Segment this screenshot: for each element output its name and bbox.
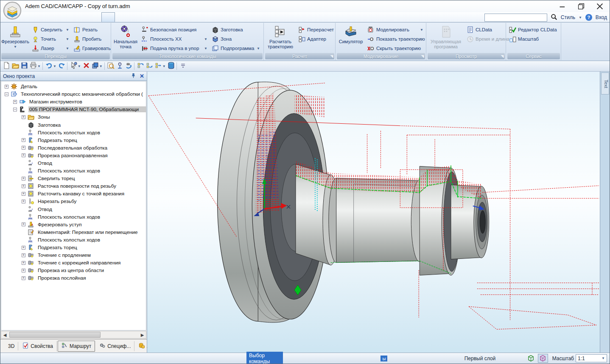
tree-expander[interactable]: + — [22, 184, 25, 188]
help-icon[interactable]: ? — [585, 14, 592, 21]
tree-expander[interactable]: + — [22, 153, 25, 157]
ribbon-item[interactable]: Лазер▼ — [31, 44, 70, 53]
scrollbar-thumb[interactable] — [9, 332, 101, 338]
toolbar-button[interactable]: ▼ — [124, 61, 133, 71]
tree-item[interactable]: + Прорезка разнонаправленная — [1, 152, 146, 159]
ribbon-tab[interactable] — [38, 12, 50, 22]
tree-expander[interactable]: + — [22, 269, 25, 272]
ribbon-big-button[interactable]: Фрезеровать▼ — [2, 24, 28, 52]
toolbar-button[interactable]: ▼ — [69, 61, 82, 71]
toolbar-button[interactable]: ▼ — [11, 61, 20, 71]
tree-item[interactable]: + Сверлить торец — [1, 175, 146, 182]
ribbon-item[interactable]: Пробить▼ — [73, 35, 109, 43]
toolbar-button[interactable]: ▼ — [145, 61, 154, 71]
ribbon-tab[interactable] — [76, 12, 89, 22]
toolbar-button[interactable]: ▼ — [45, 61, 57, 71]
toolbar-button[interactable]: ▼ — [167, 61, 176, 71]
toolbar-button[interactable]: ▼ — [176, 61, 179, 71]
tree-item[interactable]: Плоскость холостых ходов — [1, 167, 146, 175]
ribbon-item[interactable]: Безопасная позиция▼ — [140, 25, 208, 34]
dialog-launcher-icon[interactable]: ◥ — [500, 54, 505, 59]
toolbar-button[interactable]: ▼ — [66, 61, 69, 71]
toolbar-button[interactable]: ▼ — [82, 61, 91, 71]
scale-dropdown[interactable]: 1:1▼ — [576, 354, 607, 362]
ribbon-tab[interactable] — [115, 12, 128, 22]
tree-item[interactable]: + Расточить канавку с точкой врезания — [1, 190, 146, 197]
tree-item[interactable]: Заготовка — [1, 121, 146, 128]
tree-expander[interactable]: + — [22, 138, 25, 142]
tree-item[interactable]: + Прорезка послойная — [1, 274, 146, 282]
toolbar-button[interactable]: ▼ — [115, 61, 124, 71]
tree-expander[interactable]: + — [22, 261, 25, 265]
toolbar-button[interactable]: ▼ — [57, 61, 66, 71]
layer-indicator[interactable]: Первый слой — [434, 356, 526, 361]
ribbon-item[interactable]: Редактор CLData — [508, 25, 559, 34]
tree-expander[interactable]: + — [5, 85, 8, 89]
ribbon-item[interactable]: Резать▼ — [73, 25, 109, 34]
shaded-cube-icon[interactable] — [538, 354, 548, 363]
toolbar-button[interactable]: ▼ — [136, 61, 145, 71]
ribbon-item[interactable]: Точить▼ — [31, 35, 70, 43]
tree-item[interactable]: Плоскость холостых ходов — [1, 129, 146, 136]
ribbon-big-button[interactable]: Расчитать траекторию — [266, 24, 295, 52]
tree-item[interactable]: − Технологический процесс механической о… — [1, 90, 146, 98]
close-button[interactable] — [596, 3, 604, 10]
ribbon-tab[interactable] — [63, 12, 76, 22]
ribbon-item[interactable]: Адаптер — [297, 35, 333, 43]
tree-expander[interactable]: + — [22, 253, 25, 257]
dialog-launcher-icon[interactable]: ◥ — [329, 54, 334, 59]
ribbon-tab[interactable] — [101, 12, 115, 22]
adem-logo-icon[interactable] — [3, 1, 22, 20]
restore-button[interactable] — [577, 3, 585, 10]
minimize-button[interactable] — [559, 3, 566, 10]
toolbar-button[interactable]: ▼ — [20, 61, 29, 71]
ribbon-item[interactable]: Время и длина — [466, 35, 505, 43]
toolbar-button[interactable]: ▼ — [91, 61, 104, 71]
tree-expander[interactable]: + — [22, 146, 25, 150]
login-button[interactable]: Вход — [596, 14, 607, 20]
toolbar-button[interactable]: ▼ — [133, 61, 136, 71]
tree-item[interactable]: − 005 ПРОГРАММНАЯ NCT-90, Обрабатывающи — [1, 106, 146, 113]
tree-item[interactable]: + Деталь — [1, 83, 146, 90]
tree-expander[interactable]: + — [22, 200, 25, 203]
tree-item[interactable]: Плоскость холостых ходов — [1, 213, 146, 221]
tree-expander[interactable]: + — [22, 177, 25, 181]
search-input[interactable] — [484, 14, 547, 22]
ribbon-item[interactable]: Перерасчет — [297, 25, 333, 34]
ribbon-item[interactable]: Скрыть траекторию▼ — [367, 44, 424, 53]
tree-item[interactable]: + Фрезеровать уступ — [1, 221, 146, 228]
ribbon-item[interactable]: Моделировать▼ — [367, 25, 424, 34]
ribbon-tab[interactable] — [89, 12, 101, 22]
tree-expander[interactable]: − — [5, 92, 8, 96]
toolbar-button[interactable]: ▼ — [179, 61, 187, 71]
toolbar-button[interactable]: ▼ — [42, 61, 45, 71]
tree-item[interactable]: + Точение с коррекцией направления — [1, 259, 146, 267]
document-tab[interactable]: 3D — [3, 342, 18, 350]
viewport-3d[interactable] — [147, 72, 600, 353]
style-menu[interactable]: Стиль — [561, 14, 575, 20]
toolbar-button[interactable]: ▼ — [154, 61, 167, 71]
tree-item[interactable]: + Точение с продлением — [1, 251, 146, 259]
tree-item[interactable]: + Прорезка из центра области — [1, 267, 146, 274]
style-dropdown-icon[interactable]: ▼ — [579, 16, 582, 19]
ribbon-item[interactable]: Масштаб — [508, 35, 559, 43]
ribbon-item[interactable]: Показать траекторию▼ — [367, 35, 424, 43]
ribbon-item[interactable]: Плоскость XX▼ — [140, 35, 208, 43]
document-tab[interactable]: Свойства — [19, 341, 57, 351]
tree-item[interactable]: + Зоны — [1, 113, 146, 121]
tree-item[interactable]: + Последовательная обработка — [1, 144, 146, 152]
tree-expander[interactable]: + — [22, 276, 25, 280]
document-tab[interactable]: Специф... — [96, 341, 134, 351]
tree-item[interactable]: Комментарий: Перехват или перемещение — [1, 228, 146, 236]
scroll-left-icon[interactable]: ◀ — [1, 333, 8, 337]
tree-item[interactable]: Плоскость холостых ходов — [1, 236, 146, 244]
close-panel-icon[interactable]: ✕ — [140, 73, 144, 79]
tree-item[interactable]: Отвод — [1, 206, 146, 213]
toolbar-button[interactable]: ▼ — [106, 61, 115, 71]
tree-item[interactable]: Отвод — [1, 159, 146, 167]
ribbon-item[interactable]: Подача прутка в упор▼ — [140, 44, 208, 53]
tree-expander[interactable]: + — [13, 100, 17, 104]
dialog-launcher-icon[interactable]: ◥ — [420, 54, 425, 59]
tree-item[interactable]: + Расточка поверхности под резьбу — [1, 182, 146, 190]
tree-expander[interactable]: + — [22, 222, 25, 226]
